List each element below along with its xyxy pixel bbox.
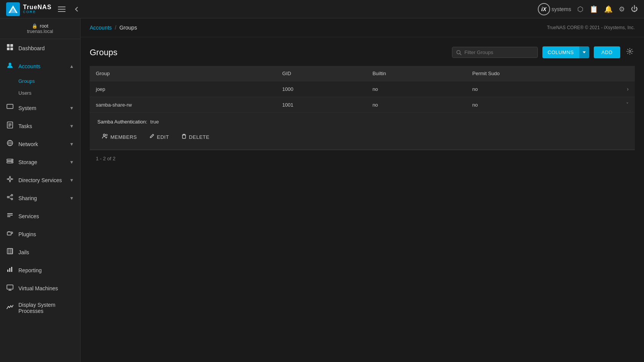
search-icon xyxy=(456,50,462,55)
sharing-icon xyxy=(6,194,14,202)
sidebar-item-sharing[interactable]: Sharing ▼ xyxy=(0,189,80,207)
svg-point-46 xyxy=(629,51,631,53)
svg-point-26 xyxy=(11,194,13,196)
sidebar-item-directory-services-label: Directory Services xyxy=(18,177,65,183)
edit-label: EDIT xyxy=(157,134,169,140)
sharing-chevron: ▼ xyxy=(69,196,74,201)
sidebar-item-storage-label: Storage xyxy=(18,159,65,165)
sidebar-item-storage[interactable]: Storage ▼ xyxy=(0,153,80,171)
logo-truenas: TrueNAS xyxy=(23,4,52,10)
sidebar-item-dashboard[interactable]: Dashboard xyxy=(0,39,80,57)
col-expand xyxy=(619,66,635,81)
columns-button[interactable]: COLUMNS xyxy=(542,46,580,58)
svg-point-28 xyxy=(11,198,13,200)
jails-icon xyxy=(6,248,14,257)
power-icon[interactable]: ⏻ xyxy=(631,5,638,13)
breadcrumb-accounts[interactable]: Accounts xyxy=(90,25,112,31)
sidebar: 🔒 root truenas.local Dashboard Accounts … xyxy=(0,18,80,362)
trident-icon[interactable]: ⬡ xyxy=(577,5,583,13)
sidebar-item-system[interactable]: System ▼ xyxy=(0,99,80,117)
edit-button[interactable]: EDIT xyxy=(145,131,174,143)
svg-rect-34 xyxy=(7,232,11,235)
sidebar-item-plugins[interactable]: Plugins xyxy=(0,225,80,243)
add-button[interactable]: ADD xyxy=(594,46,620,58)
sidebar-subitem-users-label: Users xyxy=(18,90,31,96)
ix-icon: iX xyxy=(538,3,550,15)
svg-rect-40 xyxy=(9,268,10,272)
cell-gid-joep: 1000 xyxy=(276,81,366,97)
table-row[interactable]: joep 1000 no no › xyxy=(90,81,635,97)
svg-point-22 xyxy=(10,176,11,178)
svg-rect-49 xyxy=(182,135,186,138)
cell-permit-sudo-samba: no xyxy=(466,97,619,113)
sidebar-item-accounts[interactable]: Accounts ▲ xyxy=(0,57,80,75)
expand-samba[interactable]: ˅ xyxy=(619,97,635,113)
expand-joep[interactable]: › xyxy=(619,81,635,97)
svg-rect-11 xyxy=(7,104,13,109)
sidebar-item-sharing-label: Sharing xyxy=(18,195,65,201)
columns-dropdown-button[interactable] xyxy=(579,46,589,58)
svg-rect-9 xyxy=(10,48,13,50)
network-icon xyxy=(6,140,14,148)
sidebar-item-services[interactable]: Services xyxy=(0,207,80,225)
breadcrumb-bar: Accounts / Groups TrueNAS CORE® © 2021 -… xyxy=(80,18,644,37)
table-row[interactable]: samba-share-rw 1001 no no ˅ xyxy=(90,97,635,113)
sidebar-item-tasks[interactable]: Tasks ▼ xyxy=(0,117,80,135)
chevron-down-icon xyxy=(582,50,586,54)
delete-label: DELETE xyxy=(189,134,210,140)
bell-icon[interactable]: 🔔 xyxy=(604,5,613,13)
delete-icon xyxy=(181,133,187,140)
services-icon xyxy=(6,212,14,220)
members-icon xyxy=(102,133,108,141)
members-button[interactable]: MEMBERS xyxy=(97,131,141,143)
accounts-icon xyxy=(6,62,14,71)
sidebar-item-display-system-processes[interactable]: Display System Processes xyxy=(0,297,80,319)
breadcrumb: Accounts / Groups xyxy=(90,25,137,31)
delete-button[interactable]: DELETE xyxy=(177,131,214,143)
sidebar-subitem-users[interactable]: Users xyxy=(0,87,80,99)
chevron-right-icon: › xyxy=(627,86,629,92)
logo-text: TrueNAS CORE xyxy=(23,4,52,14)
sidebar-item-reporting[interactable]: Reporting xyxy=(0,261,80,279)
back-button[interactable] xyxy=(72,4,82,14)
pagination-info: 1 - 2 of 2 xyxy=(90,150,635,167)
directory-services-icon xyxy=(6,176,14,184)
page-title: Groups xyxy=(90,48,117,58)
search-input[interactable] xyxy=(465,49,534,55)
sidebar-item-directory-services[interactable]: Directory Services ▼ xyxy=(0,171,80,189)
col-builtin: Builtin xyxy=(366,66,466,81)
svg-rect-5 xyxy=(58,11,66,12)
svg-point-25 xyxy=(12,179,13,180)
groups-table: Group GID Builtin Permit Sudo joep 1000 xyxy=(90,66,635,150)
page-header: Groups COLUMNS xyxy=(90,46,635,58)
hamburger-button[interactable] xyxy=(56,4,67,15)
sidebar-item-network[interactable]: Network ▼ xyxy=(0,135,80,153)
sidebar-item-jails[interactable]: Jails xyxy=(0,243,80,261)
search-box xyxy=(452,47,538,58)
svg-line-30 xyxy=(9,197,11,199)
svg-point-47 xyxy=(104,134,105,136)
lock-icon: 🔒 xyxy=(32,23,38,29)
svg-rect-8 xyxy=(7,48,10,50)
user-info: 🔒 root truenas.local xyxy=(0,18,80,39)
sidebar-subitem-groups[interactable]: Groups xyxy=(0,75,80,87)
svg-point-10 xyxy=(9,63,12,66)
truenas-logo-icon xyxy=(6,2,20,16)
groups-table-wrapper: Group GID Builtin Permit Sudo joep 1000 xyxy=(90,66,635,167)
col-group: Group xyxy=(90,66,276,81)
breadcrumb-current: Groups xyxy=(119,25,137,31)
pencil-icon xyxy=(149,133,154,139)
samba-auth-value: true xyxy=(150,119,159,125)
clipboard-icon[interactable]: 📋 xyxy=(590,5,598,13)
system-chevron: ▼ xyxy=(69,105,74,111)
table-body: joep 1000 no no › samba-share-rw 1001 xyxy=(90,81,635,150)
svg-line-44 xyxy=(460,53,461,55)
table-settings-button[interactable] xyxy=(625,46,635,58)
sidebar-item-system-label: System xyxy=(18,105,65,111)
settings-icon[interactable]: ⚙ xyxy=(619,5,625,13)
gear-icon xyxy=(626,48,633,55)
cell-permit-sudo-joep: no xyxy=(466,81,619,97)
sidebar-item-virtual-machines[interactable]: Virtual Machines xyxy=(0,279,80,297)
svg-point-48 xyxy=(106,134,107,136)
virtual-machines-icon xyxy=(6,284,14,293)
